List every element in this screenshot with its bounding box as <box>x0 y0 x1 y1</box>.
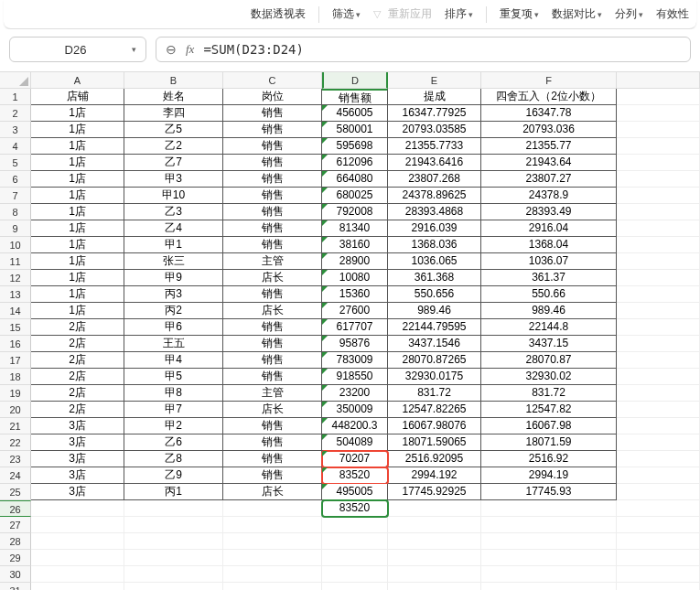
data-cell[interactable]: 989.46 <box>481 303 617 319</box>
row-header[interactable]: 2 <box>0 105 31 122</box>
data-cell[interactable]: 3店 <box>31 484 124 500</box>
data-cell[interactable]: 销售 <box>223 188 322 204</box>
data-cell[interactable]: 2916.04 <box>481 220 617 237</box>
empty-cell[interactable] <box>481 533 617 550</box>
data-cell[interactable]: 350009 <box>322 402 388 418</box>
data-cell[interactable]: 销售 <box>223 204 322 220</box>
data-cell[interactable]: 张三 <box>124 253 223 270</box>
data-cell[interactable]: 销售 <box>223 418 322 434</box>
data-cell[interactable]: 1368.04 <box>481 237 617 253</box>
data-cell[interactable]: 店长 <box>223 303 322 319</box>
data-cell[interactable]: 361.368 <box>388 270 481 286</box>
empty-cell[interactable] <box>617 467 700 484</box>
row-header[interactable]: 19 <box>0 385 31 402</box>
empty-cell[interactable] <box>617 204 700 220</box>
row-header-active[interactable]: 26 <box>0 500 31 517</box>
header-cell[interactable]: 提成 <box>388 89 481 105</box>
data-cell[interactable]: 销售 <box>223 319 322 336</box>
data-cell[interactable]: 销售 <box>223 237 322 253</box>
data-cell[interactable]: 甲9 <box>124 270 223 286</box>
empty-cell[interactable] <box>481 583 617 590</box>
row-header[interactable]: 31 <box>0 583 31 590</box>
data-cell[interactable]: 83520 <box>322 467 388 484</box>
name-box[interactable]: D26 ▾ <box>9 37 146 62</box>
data-cell[interactable]: 550.66 <box>481 286 617 303</box>
data-cell[interactable]: 16347.78 <box>481 105 617 122</box>
empty-cell[interactable] <box>388 566 481 583</box>
data-cell[interactable]: 21943.64 <box>481 155 617 171</box>
data-cell[interactable]: 销售 <box>223 122 322 138</box>
data-cell[interactable]: 580001 <box>322 122 388 138</box>
data-cell[interactable]: 15360 <box>322 286 388 303</box>
empty-cell[interactable] <box>124 583 223 590</box>
data-cell[interactable]: 1368.036 <box>388 237 481 253</box>
empty-cell[interactable] <box>617 434 700 451</box>
formula-input[interactable]: =SUM(D23:D24) <box>203 42 304 57</box>
data-cell[interactable]: 20793.03585 <box>388 122 481 138</box>
data-cell[interactable]: 销售 <box>223 220 322 237</box>
header-cell[interactable]: 姓名 <box>124 89 223 105</box>
data-cell[interactable]: 销售 <box>223 286 322 303</box>
data-cell[interactable]: 21355.7733 <box>388 138 481 155</box>
data-cell[interactable]: 店长 <box>223 402 322 418</box>
fx-icon[interactable]: fx <box>186 42 194 57</box>
column-header[interactable]: F <box>481 72 617 89</box>
data-cell[interactable]: 1店 <box>31 155 124 171</box>
row-header[interactable]: 28 <box>0 533 31 550</box>
data-cell[interactable]: 595698 <box>322 138 388 155</box>
empty-cell[interactable] <box>617 122 700 138</box>
data-cell[interactable]: 664080 <box>322 171 388 188</box>
row-header[interactable]: 7 <box>0 188 31 204</box>
data-cell[interactable]: 23807.27 <box>481 171 617 188</box>
data-cell[interactable]: 甲6 <box>124 319 223 336</box>
data-cell[interactable]: 乙5 <box>124 122 223 138</box>
compare-button[interactable]: 数据对比▾ <box>552 6 602 22</box>
empty-cell[interactable] <box>617 303 700 319</box>
data-cell[interactable]: 乙9 <box>124 467 223 484</box>
data-cell[interactable]: 销售 <box>223 138 322 155</box>
data-cell[interactable]: 3店 <box>31 434 124 451</box>
empty-cell[interactable] <box>223 583 322 590</box>
empty-cell[interactable] <box>617 566 700 583</box>
data-cell[interactable]: 1店 <box>31 286 124 303</box>
row-header[interactable]: 27 <box>0 517 31 533</box>
column-header[interactable]: B <box>124 72 223 89</box>
empty-cell[interactable] <box>124 566 223 583</box>
data-cell[interactable]: 792008 <box>322 204 388 220</box>
data-cell[interactable]: 17745.92925 <box>388 484 481 500</box>
empty-cell[interactable] <box>124 550 223 566</box>
empty-cell[interactable] <box>617 155 700 171</box>
data-cell[interactable]: 销售 <box>223 171 322 188</box>
empty-cell[interactable] <box>388 517 481 533</box>
data-cell[interactable]: 1店 <box>31 188 124 204</box>
data-cell[interactable]: 3店 <box>31 467 124 484</box>
data-cell[interactable]: 2516.92095 <box>388 451 481 467</box>
data-cell[interactable]: 2店 <box>31 385 124 402</box>
empty-cell[interactable] <box>617 286 700 303</box>
empty-cell[interactable] <box>617 237 700 253</box>
data-cell[interactable]: 95876 <box>322 336 388 352</box>
empty-cell[interactable] <box>617 253 700 270</box>
data-cell[interactable]: 王五 <box>124 336 223 352</box>
empty-cell[interactable] <box>223 550 322 566</box>
data-cell[interactable]: 3437.15 <box>481 336 617 352</box>
empty-cell[interactable] <box>223 533 322 550</box>
row-header[interactable]: 1 <box>0 89 31 105</box>
row-header[interactable]: 29 <box>0 550 31 566</box>
column-header[interactable]: E <box>388 72 481 89</box>
data-cell[interactable]: 1店 <box>31 303 124 319</box>
empty-cell[interactable] <box>481 566 617 583</box>
data-cell[interactable]: 28070.87265 <box>388 352 481 369</box>
data-cell[interactable]: 24378.9 <box>481 188 617 204</box>
empty-cell[interactable] <box>388 533 481 550</box>
header-cell[interactable]: 店铺 <box>31 89 124 105</box>
data-cell[interactable]: 甲4 <box>124 352 223 369</box>
data-cell[interactable]: 1036.07 <box>481 253 617 270</box>
data-cell[interactable]: 销售 <box>223 155 322 171</box>
column-header[interactable]: C <box>223 72 322 89</box>
empty-cell[interactable] <box>617 336 700 352</box>
row-header[interactable]: 15 <box>0 319 31 336</box>
data-cell[interactable]: 12547.82 <box>481 402 617 418</box>
empty-cell[interactable] <box>617 319 700 336</box>
data-cell[interactable]: 销售 <box>223 105 322 122</box>
